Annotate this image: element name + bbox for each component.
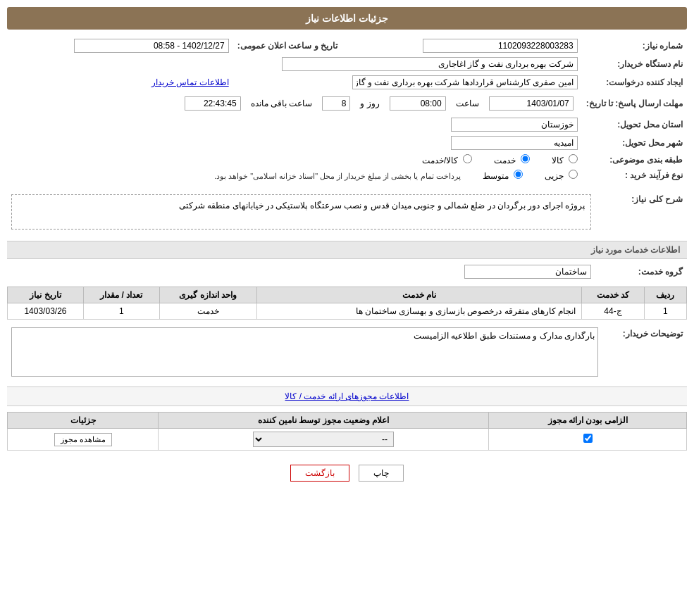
announce-date-label: تاریخ و ساعت اعلان عمومی:	[233, 37, 342, 55]
buyer-notes-label: توضیحات خریدار:	[602, 325, 687, 381]
perm-required-cell	[489, 429, 687, 451]
perm-col-details: جزئیات	[8, 413, 159, 429]
category-kala-label: کالا	[539, 156, 578, 165]
buyer-notes-textarea[interactable]: بارگذاری مدارک و مستندات طبق اطلاعیه الز…	[11, 327, 598, 377]
perm-status-cell: --	[159, 429, 489, 451]
remaining-time-input	[185, 96, 241, 111]
footer-buttons: چاپ بازگشت	[7, 454, 687, 492]
province-input	[451, 118, 578, 132]
back-button[interactable]: بازگشت	[290, 465, 349, 482]
perm-col-status: اعلام وضعیت مجوز توسط نامین کننده	[159, 413, 489, 429]
col-code: کد خدمت	[582, 287, 645, 303]
process-motavasset-radio[interactable]	[514, 170, 523, 179]
process-motavasset-label: متوسط	[470, 171, 523, 181]
list-item: -- مشاهده مجوز	[8, 429, 687, 451]
col-count: تعداد / مقدار	[83, 287, 159, 303]
category-kala-radio[interactable]	[569, 154, 578, 163]
permissions-link[interactable]: اطلاعات مجوزهای ارائه خدمت / کالا	[7, 387, 687, 406]
deadline-date-input	[489, 96, 574, 111]
services-table: ردیف کد خدمت نام خدمت واحد اندازه گیری ت…	[7, 287, 687, 320]
cell-code: ج-44	[582, 303, 645, 320]
col-unit: واحد اندازه گیری	[159, 287, 256, 303]
services-section-title: اطلاعات خدمات مورد نیاز	[7, 241, 687, 259]
days-label: روز و	[354, 95, 385, 112]
process-jozi-radio[interactable]	[569, 170, 578, 179]
need-number-label: شماره نیاز:	[582, 37, 687, 55]
cell-count: 1	[83, 303, 159, 320]
cell-row: 1	[644, 303, 686, 320]
creator-label: ایجاد کننده درخواست:	[582, 73, 687, 92]
creator-contact-link[interactable]: اطلاعات تماس خریدار	[151, 77, 229, 87]
days-input	[322, 96, 350, 111]
category-label: طبقه بندی موضوعی:	[582, 152, 687, 168]
category-kala-khedmat-label: کالا/خدمت	[411, 156, 472, 165]
view-permit-button[interactable]: مشاهده مجوز	[54, 433, 112, 446]
description-text: پروژه اجرای دور برگردان در ضلع شمالی و ج…	[179, 201, 585, 210]
cell-unit: خدمت	[159, 303, 256, 320]
perm-required-checkbox[interactable]	[583, 434, 593, 443]
permissions-table: الزامی بودن ارائه مجوز اعلام وضعیت مجوز …	[7, 412, 687, 451]
col-name: نام خدمت	[256, 287, 581, 303]
col-date: تاریخ نیاز	[8, 287, 84, 303]
category-kala-khedmat-radio[interactable]	[463, 154, 472, 163]
need-number-input[interactable]	[423, 39, 578, 53]
table-row: 1 ج-44 انجام کارهای متفرقه درخصوص بازساز…	[8, 303, 687, 320]
remaining-label: ساعت باقی مانده	[245, 95, 318, 112]
buyer-org-label: نام دستگاه خریدار:	[582, 55, 687, 73]
perm-status-select[interactable]: --	[253, 432, 394, 447]
perm-col-required: الزامی بودن ارائه مجوز	[489, 413, 687, 429]
province-label: استان محل تحویل:	[582, 115, 687, 134]
city-label: شهر محل تحویل:	[582, 134, 687, 152]
category-khedmat-label: خدمت	[481, 156, 530, 165]
group-input	[464, 265, 591, 279]
col-row: ردیف	[644, 287, 686, 303]
category-khedmat-radio[interactable]	[521, 154, 530, 163]
description-label: شرح کلی نیاز:	[595, 189, 687, 235]
buyer-org-input	[282, 57, 578, 71]
deadline-time-input	[390, 96, 446, 111]
print-button[interactable]: چاپ	[359, 465, 404, 482]
deadline-label: مهلت ارسال پاسخ: تا تاریخ:	[582, 92, 687, 115]
announce-date-input	[74, 39, 229, 53]
description-box: پروژه اجرای دور برگردان در ضلع شمالی و ج…	[11, 194, 591, 230]
perm-details-cell: مشاهده مجوز	[8, 429, 159, 451]
group-label: گروه خدمت:	[595, 263, 687, 281]
city-input	[451, 136, 578, 150]
cell-date: 1403/03/26	[8, 303, 84, 320]
creator-input	[352, 75, 578, 89]
page-title: جزئیات اطلاعات نیاز	[7, 7, 687, 30]
process-note: پرداخت تمام یا بخشی از مبلغ خریدار از مح…	[214, 172, 461, 180]
process-label: نوع فرآیند خرید :	[582, 168, 687, 183]
process-jozi-label: جزیی	[532, 171, 578, 181]
time-label: ساعت	[450, 95, 485, 112]
cell-name: انجام کارهای متفرقه درخصوص بازسازی و بهس…	[256, 303, 581, 320]
